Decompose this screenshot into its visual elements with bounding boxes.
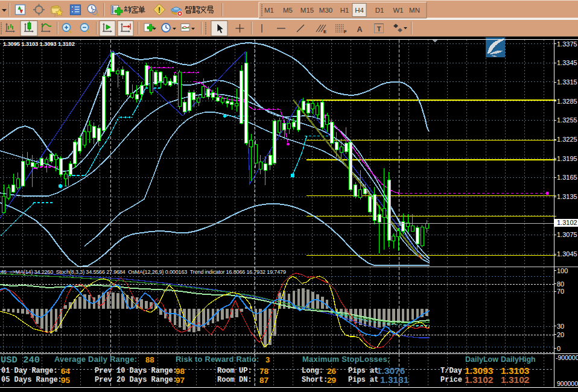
svg-text:1.3255: 1.3255 [557, 116, 577, 124]
svg-text:1.3345: 1.3345 [557, 59, 577, 66]
svg-text:Pips at: Pips at [348, 376, 378, 384]
svg-text:DailyHigh: DailyHigh [501, 355, 536, 364]
svg-text:1.3102: 1.3102 [465, 375, 493, 385]
svg-text:64: 64 [61, 367, 71, 376]
svg-text:USD 240: USD 240 [1, 355, 40, 365]
svg-text:1.3102: 1.3102 [501, 375, 529, 385]
svg-text:1.3095 1.3103 1.3093 1.3102: 1.3095 1.3103 1.3093 1.3102 [3, 40, 75, 47]
svg-text:46 =>MA(14) 34.2260 Stoch(8,: 46 =>MA(14) 34.2260 Stoch(8,3,3) 34.5566… [1, 269, 286, 275]
svg-text:1.3102: 1.3102 [557, 219, 577, 226]
svg-text:9000000: 9000000 [557, 380, 578, 387]
svg-text:A: A [357, 25, 362, 34]
svg-text:MN: MN [409, 7, 420, 14]
svg-text:1.3045: 1.3045 [557, 250, 577, 258]
svg-text:1.3135: 1.3135 [557, 193, 577, 200]
svg-text:0: 0 [557, 345, 561, 352]
svg-text:3: 3 [265, 355, 270, 364]
svg-text:H1: H1 [340, 7, 349, 14]
svg-text:29: 29 [327, 376, 336, 385]
svg-text:D1: D1 [375, 7, 384, 14]
svg-text:100: 100 [557, 267, 568, 274]
svg-text:97: 97 [176, 376, 185, 385]
svg-text:1.3225: 1.3225 [557, 136, 577, 143]
svg-text:01 Day Range:: 01 Day Range: [1, 367, 58, 375]
svg-text:T: T [377, 25, 381, 33]
svg-text:20: 20 [557, 331, 564, 338]
svg-text:70: 70 [557, 288, 564, 295]
svg-text:Risk to Reward Ratio:: Risk to Reward Ratio: [176, 355, 259, 364]
svg-text:Prev 20 Days Range:: Prev 20 Days Range: [95, 376, 177, 384]
svg-text:Room DN:: Room DN: [217, 376, 252, 384]
svg-text:1.3315: 1.3315 [557, 78, 577, 86]
svg-text:M1: M1 [264, 7, 274, 14]
svg-text:Maximum StopLosses;: Maximum StopLosses; [302, 355, 390, 364]
svg-text:T/Day: T/Day [440, 367, 462, 375]
svg-text:F: F [344, 29, 347, 34]
svg-text:Room UP:: Room UP: [217, 367, 252, 375]
svg-text:Pips at: Pips at [348, 367, 378, 375]
svg-text:26: 26 [327, 367, 337, 376]
svg-text:DailyLow: DailyLow [465, 355, 498, 364]
svg-text:1.3285: 1.3285 [557, 98, 577, 105]
svg-text:H4: H4 [355, 7, 364, 14]
svg-text:Long:: Long: [302, 367, 323, 375]
svg-text:M15: M15 [300, 7, 314, 14]
svg-text:1.3075: 1.3075 [557, 231, 577, 238]
svg-text:Price: Price [440, 376, 462, 384]
svg-text:M5: M5 [283, 7, 293, 14]
svg-text:95: 95 [61, 376, 71, 385]
svg-text:Short:: Short: [302, 376, 328, 384]
svg-text:87: 87 [259, 376, 268, 385]
svg-text:!: ! [158, 6, 160, 14]
svg-text:05 Days Range:: 05 Days Range: [1, 376, 62, 384]
svg-text:1.3195: 1.3195 [557, 155, 577, 162]
svg-text:30: 30 [557, 323, 564, 330]
svg-text:88: 88 [145, 355, 154, 364]
svg-text:-9000000: -9000000 [556, 354, 578, 361]
svg-text:Prev 10 Days Range:: Prev 10 Days Range: [95, 367, 177, 375]
svg-text:1.3375: 1.3375 [557, 40, 577, 48]
svg-text:1.3131: 1.3131 [380, 375, 409, 385]
svg-text:W1: W1 [393, 7, 403, 14]
svg-text:E: E [323, 29, 326, 34]
svg-text:Average Daily Range:: Average Daily Range: [54, 355, 137, 364]
svg-text:78: 78 [259, 367, 269, 376]
svg-text:1.3165: 1.3165 [557, 174, 577, 181]
svg-text:M30: M30 [319, 7, 332, 14]
svg-text:80: 80 [557, 280, 564, 288]
svg-text:98: 98 [176, 367, 185, 376]
